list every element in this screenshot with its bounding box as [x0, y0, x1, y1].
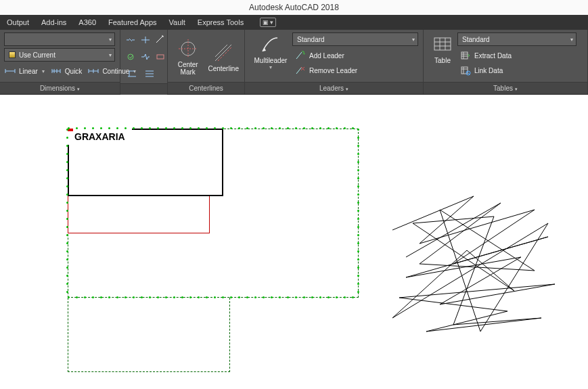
menu-bar: Output Add-ins A360 Featured Apps Vault …: [0, 15, 588, 30]
center-mark-button[interactable]: Center Mark: [172, 37, 204, 76]
update-icon[interactable]: [139, 32, 152, 47]
table-style-label: Standard: [462, 36, 490, 43]
oblique-icon[interactable]: [154, 32, 166, 47]
panel-dim-tools-title: [120, 83, 167, 95]
inspect-icon[interactable]: [154, 49, 166, 64]
svg-text:+: +: [302, 51, 306, 57]
svg-rect-5: [461, 52, 468, 59]
override-icon[interactable]: [125, 49, 137, 64]
reassoc-icon[interactable]: [125, 66, 139, 81]
panel-centerlines: Center Mark Centerline Centerlines: [168, 30, 245, 94]
menu-featured[interactable]: Featured Apps: [108, 18, 157, 26]
dim-current-dropdown[interactable]: Use Current ▾: [4, 48, 115, 62]
app-title: Autodesk AutoCAD 2018: [249, 3, 339, 12]
stray-polyline[interactable]: [379, 189, 568, 345]
drawing-viewport[interactable]: /* created below via JS */ CASA DE MAQUI…: [0, 95, 588, 389]
multileader-icon: [260, 34, 281, 55]
dim-style-dropdown[interactable]: ▾: [4, 32, 115, 46]
extract-data-icon: [460, 50, 471, 61]
panel-title-centerlines: Centerlines: [168, 82, 244, 94]
center-mark-icon: [177, 38, 199, 60]
multileader-button[interactable]: Multileader ▾: [249, 32, 292, 81]
svg-rect-4: [434, 38, 451, 50]
panel-title-dimensions[interactable]: Dimensions▾: [0, 82, 120, 94]
floorplan[interactable]: /* created below via JS */ CASA DE MAQUI…: [68, 129, 359, 372]
remove-leader-icon: [295, 65, 306, 76]
panel-title-tables[interactable]: Tables▾: [424, 82, 587, 94]
menu-vault[interactable]: Vault: [169, 18, 185, 26]
leader-style-dropdown[interactable]: Standard ▾: [292, 32, 418, 46]
quick-icon: [50, 64, 62, 78]
ribbon: ▾ Use Current ▾ Linear ▾ Quick: [0, 30, 588, 95]
dim-current-label: Use Current: [19, 51, 55, 59]
menu-output[interactable]: Output: [7, 18, 29, 26]
remove-leader-button[interactable]: Remove Leader: [292, 63, 419, 78]
quick-button[interactable]: Quick: [65, 68, 83, 75]
svg-point-0: [128, 54, 133, 60]
table-icon: [432, 34, 453, 55]
link-data-button[interactable]: Link Data: [457, 63, 583, 78]
centerline-button[interactable]: Centerline: [206, 41, 240, 72]
graxaria-label: GRAXARIA: [68, 129, 132, 145]
panel-dimensions: ▾ Use Current ▾ Linear ▾ Quick: [0, 30, 120, 94]
table-style-dropdown[interactable]: Standard ▾: [457, 32, 576, 46]
style-swatch-icon: [9, 51, 16, 58]
extract-data-button[interactable]: Extract Data: [457, 48, 583, 63]
add-leader-icon: +: [295, 50, 306, 61]
break-icon[interactable]: [125, 32, 137, 47]
panel-title-leaders[interactable]: Leaders▾: [245, 82, 423, 94]
linear-button[interactable]: Linear: [19, 68, 38, 75]
continue-icon: [87, 64, 99, 78]
menu-a360[interactable]: A360: [78, 18, 96, 26]
title-bar: Autodesk AutoCAD 2018: [0, 0, 588, 15]
table-button[interactable]: Table: [428, 32, 457, 81]
link-data-icon: [460, 65, 471, 76]
linear-icon: [4, 64, 16, 78]
jog-icon[interactable]: [139, 49, 152, 64]
svg-rect-1: [157, 55, 164, 59]
help-icon[interactable]: ▣ ▾: [260, 18, 276, 27]
panel-tables: Table Standard ▾ Extract Data Link Data: [424, 30, 588, 94]
panel-leaders: Multileader ▾ Standard ▾ + Add Leader Re…: [245, 30, 424, 94]
baseline-icon[interactable]: [142, 66, 157, 81]
leader-style-label: Standard: [297, 36, 325, 43]
centerline-icon: [212, 42, 234, 64]
menu-express[interactable]: Express Tools: [198, 18, 244, 26]
panel-dim-tools: [120, 30, 168, 94]
menu-addins[interactable]: Add-ins: [41, 18, 66, 26]
add-leader-button[interactable]: + Add Leader: [292, 48, 419, 63]
svg-rect-6: [461, 67, 468, 74]
